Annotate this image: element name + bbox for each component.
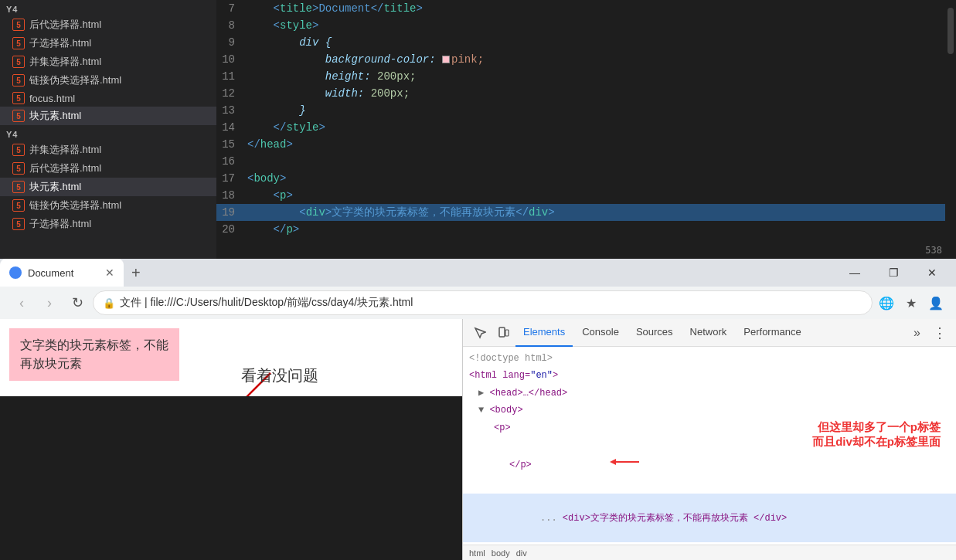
dom-line-p-close[interactable]: </p>	[463, 436, 956, 494]
sidebar-item-label-5: 块元素.html	[29, 109, 81, 123]
sidebar-item-5[interactable]: 5 块元素.html	[0, 107, 216, 125]
cursor-icon	[474, 327, 486, 339]
bookmark-button[interactable]: ★	[900, 292, 922, 314]
sidebar-item-label-8: 块元素.html	[29, 180, 81, 194]
new-tab-button[interactable]: +	[124, 259, 148, 287]
breadcrumb-html[interactable]: html	[469, 548, 485, 558]
close-window-button[interactable]: ✕	[914, 261, 950, 284]
line-content-16	[247, 153, 253, 170]
sidebar-item-label-9: 链接伪类选择器.html	[29, 199, 121, 212]
sidebar-item-8[interactable]: 5 块元素.html	[0, 178, 216, 196]
devtools-tab-sources[interactable]: Sources	[628, 319, 681, 347]
html-file-icon-8: 5	[12, 181, 25, 193]
line-number-7: 7	[216, 0, 247, 17]
code-line-15: 15 </head>	[216, 136, 956, 153]
line-content-7: <title>Document</title>	[247, 0, 423, 17]
devtools-panel: Elements Console Sources Network Perform…	[462, 319, 956, 560]
sidebar-item-1[interactable]: 5 子选择器.html	[0, 34, 216, 53]
sidebar-item-9[interactable]: 5 链接伪类选择器.html	[0, 196, 216, 215]
sidebar-item-2[interactable]: 5 并集选择器.html	[0, 53, 216, 71]
sidebar-item-label-2: 并集选择器.html	[29, 55, 101, 69]
dom-line-body[interactable]: ▼ <body>	[463, 402, 956, 419]
back-button[interactable]: ‹	[9, 290, 34, 315]
browser-tab[interactable]: Document ✕	[0, 259, 124, 287]
svg-marker-6	[610, 459, 616, 465]
element-picker-button[interactable]	[469, 322, 491, 344]
profile-button[interactable]: 👤	[925, 292, 947, 314]
line-content-15: </head>	[247, 136, 293, 153]
code-line-8: 8 <style>	[216, 17, 956, 34]
sidebar-item-label-1: 子选择器.html	[29, 36, 91, 50]
line-number-13: 13	[216, 102, 247, 119]
line-number-indicator: 538	[925, 245, 942, 256]
pink-color-swatch	[442, 56, 450, 63]
sidebar-item-label-10: 子选择器.html	[29, 217, 91, 231]
titlebar-row: Document ✕ + — ❐ ✕	[0, 259, 956, 287]
devtools-menu-button[interactable]: ⋮	[930, 324, 950, 341]
devtools-tab-console[interactable]: Console	[574, 319, 627, 347]
sidebar-item-label-6: 并集选择器.html	[29, 143, 101, 157]
devtools-tab-network[interactable]: Network	[682, 319, 735, 347]
code-line-13: 13 }	[216, 102, 956, 119]
html-file-icon-0: 5	[12, 19, 25, 31]
devtools-toolbar: Elements Console Sources Network Perform…	[463, 319, 956, 347]
dom-line-p[interactable]: <p>	[463, 419, 956, 436]
device-toolbar-button[interactable]	[492, 322, 514, 344]
line-number-11: 11	[216, 68, 247, 85]
dom-line-head[interactable]: ▶ <head>…</head>	[463, 385, 956, 402]
line-content-18: <p>	[247, 187, 293, 204]
breadcrumb-div[interactable]: div	[516, 548, 527, 558]
minimize-button[interactable]: —	[837, 261, 873, 284]
sidebar-item-7[interactable]: 5 后代选择器.html	[0, 159, 216, 178]
code-line-20: 20 </p>	[216, 221, 956, 238]
code-line-18: 18 <p>	[216, 187, 956, 204]
forward-button[interactable]: ›	[37, 290, 62, 315]
line-content-19: <div>文字类的块元素标签，不能再放块元素</div>	[247, 204, 555, 221]
line-number-20: 20	[216, 221, 247, 238]
file-sidebar: Y4 5 后代选择器.html 5 子选择器.html 5 并集选择器.html…	[0, 0, 216, 259]
lock-icon: 🔒	[103, 297, 115, 309]
html-file-icon-10: 5	[12, 218, 25, 230]
tab-strip: Document ✕ +	[0, 259, 837, 287]
breadcrumb-body[interactable]: body	[492, 548, 510, 558]
reload-button[interactable]: ↻	[65, 290, 90, 315]
pink-box-text-1: 文字类的块元素标签，不能	[20, 338, 168, 351]
sidebar-item-label-7: 后代选择器.html	[29, 161, 101, 175]
editor-scrollbar[interactable]	[945, 0, 956, 259]
sidebar-item-0[interactable]: 5 后代选择器.html	[0, 15, 216, 34]
sidebar-item-4[interactable]: 5 focus.html	[0, 90, 216, 107]
html-file-icon-9: 5	[12, 199, 25, 212]
browser-viewport: 文字类的块元素标签，不能 再放块元素 看着没问题	[0, 319, 462, 396]
line-content-20: </p>	[247, 221, 299, 238]
maximize-button[interactable]: ❐	[876, 261, 911, 284]
sidebar-item-6[interactable]: 5 并集选择器.html	[0, 141, 216, 159]
dom-line-doctype: <!doctype html>	[463, 350, 956, 367]
html-file-icon-2: 5	[12, 56, 25, 68]
line-number-15: 15	[216, 136, 247, 153]
sidebar-item-label-3: 链接伪类选择器.html	[29, 73, 121, 87]
sidebar-item-label-4: focus.html	[29, 93, 75, 104]
viewport-arrow-area: 看着没问题	[209, 365, 286, 396]
devtools-tab-performance[interactable]: Performance	[736, 319, 808, 347]
devtools-more-button[interactable]: »	[909, 326, 925, 340]
arrow-label: 看着没问题	[241, 365, 318, 386]
sidebar-item-10[interactable]: 5 子选择器.html	[0, 215, 216, 233]
dom-line-div[interactable]: ... <div>文字类的块元素标签，不能再放块元素 </div>	[463, 494, 956, 542]
tab-close-button[interactable]: ✕	[105, 266, 114, 279]
svg-rect-4	[505, 330, 509, 336]
svg-point-0	[12, 269, 19, 277]
address-bar[interactable]: 🔒 文件 | file:///C:/Users/hulit/Desktop/前端…	[93, 290, 873, 315]
dom-line-html[interactable]: <html lang="en">	[463, 367, 956, 384]
translate-button[interactable]: 🌐	[876, 292, 897, 314]
code-line-12: 12 width: 200px;	[216, 85, 956, 102]
line-number-17: 17	[216, 170, 247, 187]
scrollbar-thumb	[947, 8, 954, 54]
sidebar-item-3[interactable]: 5 链接伪类选择器.html	[0, 71, 216, 90]
code-lines: 7 <title>Document</title> 8 <style> 9 di…	[216, 0, 956, 238]
line-number-14: 14	[216, 119, 247, 136]
devtools-tab-elements[interactable]: Elements	[515, 319, 573, 347]
line-number-19: 19	[216, 204, 247, 221]
code-line-14: 14 </style>	[216, 119, 956, 136]
line-content-13: }	[247, 102, 306, 119]
devtools-tab-elements-label: Elements	[523, 326, 565, 338]
